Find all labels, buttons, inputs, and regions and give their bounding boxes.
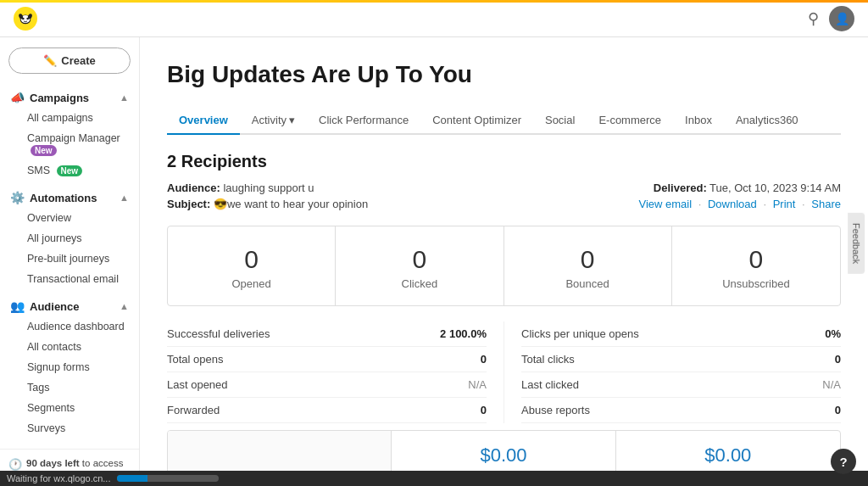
delivered-label: Delivered: — [654, 182, 707, 194]
share-link[interactable]: Share — [811, 198, 841, 210]
detail-successful-deliveries: Successful deliveries 2 100.0% — [167, 321, 487, 347]
pencil-icon: ✏️ — [43, 54, 57, 67]
nav-section-header-audience[interactable]: 👥 Audience ▲ — [0, 293, 139, 316]
audience-subitems: Audience dashboard All contacts Signup f… — [0, 316, 139, 439]
status-text: Waiting for wx.qlogo.cn... — [7, 473, 110, 483]
sidebar-item-tags[interactable]: Tags — [20, 377, 139, 398]
audience-chevron: ▲ — [120, 301, 129, 311]
detail-last-opened: Last opened N/A — [167, 372, 487, 398]
nav-section-automations: ⚙️ Automations ▲ Overview All journeys P… — [0, 184, 139, 289]
tabs-bar: Overview Activity ▾ Click Performance Co… — [167, 107, 841, 135]
topbar: ⚲ 👤 — [0, 0, 868, 37]
sidebar-item-surveys[interactable]: Surveys — [20, 418, 139, 439]
sidebar-item-all-campaigns[interactable]: All campaigns — [20, 108, 139, 128]
sidebar-item-all-journeys[interactable]: All journeys — [20, 228, 139, 249]
campaign-manager-badge: New — [31, 145, 57, 156]
detail-abuse-reports: Abuse reports 0 — [521, 398, 841, 423]
sidebar-item-campaign-manager[interactable]: Campaign Manager New — [20, 128, 139, 160]
recipients-heading: 2 Recipients — [167, 152, 841, 171]
tab-overview[interactable]: Overview — [167, 107, 240, 135]
print-link[interactable]: Print — [773, 198, 796, 210]
subject-label: Subject: — [167, 198, 210, 210]
stat-clicked: 0 Clicked — [336, 226, 504, 305]
detail-total-clicks: Total clicks 0 — [521, 347, 841, 372]
feedback-tab[interactable]: Feedback — [848, 212, 865, 273]
tab-click-performance[interactable]: Click Performance — [307, 107, 420, 135]
detail-last-clicked: Last clicked N/A — [521, 372, 841, 398]
nav-section-header-campaigns[interactable]: 📣 Campaigns ▲ — [0, 84, 139, 108]
subject-value: 😎we want to hear your opinion — [214, 198, 368, 210]
automations-subitems: Overview All journeys Pre-built journeys… — [0, 208, 139, 289]
clock-icon: 🕐 — [8, 457, 22, 471]
detail-forwarded: Forwarded 0 — [167, 398, 487, 423]
main-content: Big Updates Are Up To You Overview Activ… — [140, 37, 868, 471]
nav-section-header-automations[interactable]: ⚙️ Automations ▲ — [0, 184, 139, 208]
tab-social[interactable]: Social — [533, 107, 587, 135]
total-2: $0.00 — [616, 431, 840, 471]
avatar[interactable]: 👤 — [829, 6, 854, 31]
stat-opened: 0 Opened — [168, 226, 336, 305]
sidebar-item-sms[interactable]: SMS New — [20, 160, 139, 181]
left-details-col: Successful deliveries 2 100.0% Total ope… — [167, 321, 504, 423]
total-empty — [168, 431, 392, 471]
sidebar-item-all-contacts[interactable]: All contacts — [20, 337, 139, 357]
campaigns-icon: 📣 — [10, 91, 25, 104]
audience-icon: 👥 — [10, 299, 25, 313]
details-columns: Successful deliveries 2 100.0% Total ope… — [167, 321, 841, 423]
sidebar-item-audience-dashboard[interactable]: Audience dashboard — [20, 316, 139, 337]
view-email-link[interactable]: View email — [638, 198, 692, 210]
progress-bar — [117, 475, 219, 482]
campaigns-chevron: ▲ — [120, 92, 129, 103]
total-1: $0.00 — [392, 431, 615, 471]
tab-ecommerce[interactable]: E-commerce — [587, 107, 673, 135]
automations-chevron: ▲ — [120, 193, 129, 203]
nav-section-audience: 👥 Audience ▲ Audience dashboard All cont… — [0, 293, 139, 439]
sidebar-item-prebuilt-journeys[interactable]: Pre-built journeys — [20, 249, 139, 269]
create-button[interactable]: ✏️ Create — [8, 47, 131, 74]
nav-section-campaigns: 📣 Campaigns ▲ All campaigns Campaign Man… — [0, 84, 139, 181]
sidebar: ✏️ Create 📣 Campaigns ▲ All campaigns Ca… — [0, 37, 140, 471]
stat-bounced: 0 Bounced — [504, 226, 672, 305]
meta-info-row: Audience: laughing support u Subject: 😎w… — [167, 182, 841, 210]
trial-box: 🕐 90 days left to access a free trial. S… — [0, 449, 139, 471]
search-icon[interactable]: ⚲ — [808, 9, 819, 28]
sidebar-item-signup-forms[interactable]: Signup forms — [20, 357, 139, 377]
campaigns-subitems: All campaigns Campaign Manager New SMS N… — [0, 108, 139, 181]
statusbar: Waiting for wx.qlogo.cn... — [0, 471, 868, 486]
sidebar-item-overview[interactable]: Overview — [20, 208, 139, 228]
delivered-value: Tue, Oct 10, 2023 9:14 AM — [709, 182, 841, 194]
right-details-col: Clicks per unique opens 0% Total clicks … — [504, 321, 841, 423]
stats-grid: 0 Opened 0 Clicked 0 Bounced 0 Unsubscri… — [167, 226, 841, 306]
tab-inbox[interactable]: Inbox — [673, 107, 724, 135]
download-link[interactable]: Download — [708, 198, 757, 210]
audience-label: Audience: — [167, 182, 220, 194]
sidebar-item-segments[interactable]: Segments — [20, 398, 139, 418]
progress-fill — [117, 475, 147, 482]
detail-clicks-per-unique: Clicks per unique opens 0% — [521, 321, 841, 347]
page-title: Big Updates Are Up To You — [167, 61, 841, 88]
detail-total-opens: Total opens 0 — [167, 347, 487, 372]
help-button[interactable]: ? — [831, 449, 856, 474]
sidebar-item-transactional-email[interactable]: Transactional email — [20, 269, 139, 289]
totals-row: $0.00 $0.00 — [167, 430, 841, 471]
tab-activity[interactable]: Activity ▾ — [240, 107, 307, 135]
tab-content-optimizer[interactable]: Content Optimizer — [420, 107, 533, 135]
stat-unsubscribed: 0 Unsubscribed — [672, 226, 840, 305]
logo[interactable] — [14, 7, 37, 31]
sms-badge: New — [57, 165, 83, 176]
tab-analytics360[interactable]: Analytics360 — [724, 107, 810, 135]
activity-arrow-icon: ▾ — [289, 114, 295, 126]
automations-icon: ⚙️ — [10, 191, 25, 204]
